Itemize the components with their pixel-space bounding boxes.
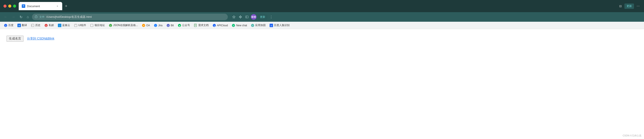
svg-rect-6 [246, 16, 248, 18]
bookmark-label-wechat: 公众号 [182, 23, 190, 27]
svg-text:私: 私 [46, 25, 47, 26]
svg-rect-4 [241, 16, 242, 17]
reload-button[interactable]: ↻ [18, 14, 24, 20]
bookmark-item-history[interactable]: 历史 [29, 23, 42, 28]
bookmark-label-appplus: 应用加固 [255, 23, 266, 27]
svg-text:AI: AI [271, 25, 272, 26]
svg-text:◉: ◉ [178, 24, 180, 26]
bookmark-item-bit[interactable]: BBit [165, 23, 176, 28]
bookmark-icon-appplus: ↺ [251, 24, 254, 27]
address-bar[interactable]: 文件 /Users/jhxl/Desktop/名言生成器.html [32, 14, 228, 20]
bookmark-label-projaddr: 项目地址 [94, 23, 105, 27]
tab-close-button[interactable]: × [56, 4, 59, 8]
svg-rect-18 [74, 24, 77, 27]
bookmark-item-wechat[interactable]: ◉公众号 [176, 23, 192, 28]
bookmark-icon-json: {} [109, 24, 112, 27]
maximize-traffic-light[interactable] [13, 4, 16, 7]
bookmark-label-json: JSON在线解析及格... [113, 23, 138, 27]
home-button[interactable]: ⌂ [26, 14, 30, 20]
svg-rect-20 [90, 24, 93, 27]
bookmark-icon-projaddr [90, 24, 94, 27]
close-traffic-light[interactable] [4, 4, 6, 7]
bookmark-label-faceai: 百度人脸识别 [274, 23, 290, 27]
bookmark-item-reqdoc[interactable]: 需求文档 [192, 23, 210, 28]
svg-text:☁: ☁ [214, 25, 215, 26]
bookmark-label-oa: OA [146, 24, 150, 27]
bookmark-icon-oa: ★ [142, 24, 145, 27]
bookmark-icon-reqdoc [194, 24, 197, 27]
update-nav-button[interactable]: 更新 [258, 14, 268, 20]
bookmark-icon-baidu: 百 [4, 24, 8, 27]
bookmark-label-apicloud: APICloud [217, 24, 228, 27]
bookmark-label-lanyun: 蓝奏云 [62, 23, 70, 27]
address-prefix: 文件 [40, 15, 44, 19]
bookmark-icon-bit: B [166, 24, 170, 27]
bookmark-label-reqdoc: 需求文档 [198, 23, 209, 27]
address-scheme-icon [34, 15, 38, 18]
svg-text:百: 百 [5, 25, 6, 26]
navbar: ← → ↻ ⌂ 文件 /Users/jhxl/Desktop/名言生成器.htm… [0, 12, 644, 22]
bookmark-star-button[interactable] [231, 14, 236, 19]
minimize-traffic-light[interactable] [8, 4, 11, 7]
bookmark-item-privmail[interactable]: 私私邮 [43, 23, 56, 28]
generate-quote-button[interactable]: 生成名言 [6, 36, 24, 42]
svg-rect-3 [240, 16, 241, 16]
bookmark-label-history: 历史 [35, 23, 40, 27]
tab-favicon [22, 4, 25, 8]
bookmark-item-faceai[interactable]: AI百度人脸识别 [268, 23, 291, 28]
titlebar-right: ⊟ 更新 ⋯ [618, 3, 640, 9]
bookmark-icon-lanyun: ♪ [58, 24, 61, 27]
bookmark-icon-newchat: ✦ [232, 24, 235, 27]
address-text: /Users/jhxl/Desktop/名言生成器.html [46, 15, 92, 19]
bookmark-item-appplus[interactable]: ↺应用加固 [249, 23, 268, 28]
nav-right-controls: 双世 更新 ⋮ [231, 14, 274, 20]
sidebar-toggle-button[interactable] [244, 14, 250, 19]
svg-rect-5 [240, 17, 241, 18]
nav-more-button[interactable]: ⋮ [269, 14, 274, 20]
bookmark-item-apicloud[interactable]: ☁APICloud [211, 23, 230, 28]
bookmark-item-json[interactable]: {}JSON在线解析及格... [107, 23, 140, 28]
bookmark-icon-ui [74, 24, 78, 27]
bookmark-icon-faceai: AI [270, 24, 273, 27]
bookmark-item-ui[interactable]: UI组件 [72, 23, 88, 28]
bookmark-item-projaddr[interactable]: 项目地址 [88, 23, 106, 28]
tab-bar: Document × + [19, 2, 616, 10]
svg-text:✦: ✦ [233, 24, 234, 26]
svg-text:★: ★ [143, 24, 144, 26]
svg-rect-1 [35, 16, 37, 18]
bookmark-item-newchat[interactable]: ✦New chat [230, 23, 249, 28]
back-button[interactable]: ← [2, 14, 9, 20]
bookmark-label-ui: UI组件 [78, 23, 86, 27]
bookmark-label-bit: Bit [171, 24, 174, 27]
svg-rect-12 [31, 24, 34, 27]
titlebar: Document × + ⊟ 更新 ⋯ [0, 0, 644, 12]
bookmark-item-translate[interactable]: 译翻译 [16, 23, 29, 28]
active-tab[interactable]: Document × [19, 2, 62, 10]
update-button[interactable]: 更新 [624, 3, 634, 9]
share-link[interactable]: 分享到 CSDN&Blink [27, 37, 54, 40]
bookmark-label-privmail: 私邮 [49, 23, 54, 27]
new-tab-button[interactable]: + [63, 3, 69, 9]
svg-text:J: J [155, 25, 156, 26]
bookmark-item-oa[interactable]: ★OA [140, 23, 152, 28]
bookmark-icon-privmail: 私 [44, 24, 48, 27]
svg-rect-2 [239, 16, 240, 17]
bookmark-icon-jira: J [154, 24, 157, 27]
bookmark-icon-apicloud: ☁ [212, 24, 216, 27]
bookmark-item-baidu[interactable]: 百百度 [2, 23, 15, 28]
bookmark-icon-history [31, 24, 34, 27]
bookmark-item-lanyun[interactable]: ♪蓝奏云 [56, 23, 72, 28]
bookmark-label-baidu: 百度 [8, 23, 14, 27]
bookmark-label-translate: 翻译 [22, 23, 27, 27]
bookmark-item-jira[interactable]: JJira [152, 23, 164, 28]
user-avatar-button[interactable]: 双世 [251, 14, 256, 20]
bookmark-label-jira: Jira [158, 24, 162, 27]
svg-text:↺: ↺ [252, 24, 254, 26]
forward-button[interactable]: → [10, 14, 16, 20]
collapse-button[interactable]: ⊟ [618, 3, 623, 9]
traffic-lights [4, 4, 16, 7]
svg-text:B: B [168, 25, 168, 26]
bookmarks-bar: 百百度译翻译历史私私邮♪蓝奏云UI组件项目地址{}JSON在线解析及格...★O… [0, 22, 644, 29]
extensions-button[interactable] [238, 14, 243, 19]
more-button[interactable]: ⋯ [636, 3, 640, 9]
